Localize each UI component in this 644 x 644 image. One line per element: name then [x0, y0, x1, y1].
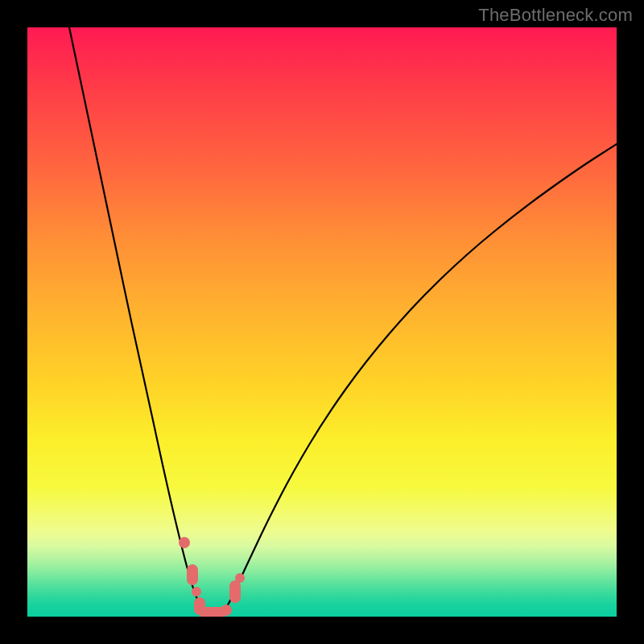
plot-area [27, 27, 617, 617]
marker [187, 564, 198, 585]
marker [221, 605, 232, 616]
trough-markers [179, 537, 245, 617]
marker [229, 580, 241, 603]
chart-frame: TheBottleneck.com [0, 0, 644, 644]
marker [235, 573, 245, 583]
series-left-branch [69, 27, 202, 610]
marker [192, 587, 201, 597]
watermark-text: TheBottleneck.com [478, 5, 633, 26]
marker [179, 537, 190, 548]
series-right-branch [225, 144, 617, 610]
curve-layer [27, 27, 617, 617]
